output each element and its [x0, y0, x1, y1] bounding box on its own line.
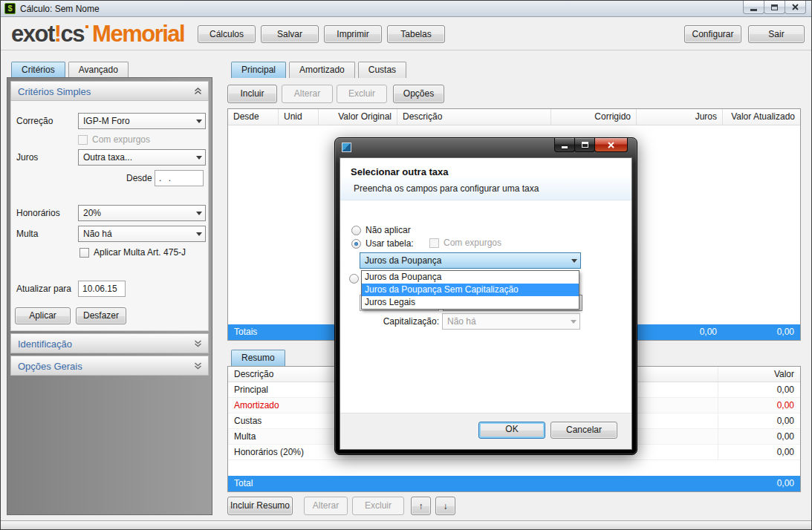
- column-valor-original[interactable]: Valor Original: [319, 109, 397, 125]
- opcoes-gerais-title: Opções Gerais: [18, 361, 82, 372]
- maximize-icon: [771, 4, 778, 10]
- chevron-double-down-icon: [194, 362, 202, 370]
- close-button[interactable]: [785, 1, 806, 14]
- move-up-button[interactable]: ↑: [411, 497, 431, 515]
- aplicar-button[interactable]: Aplicar: [15, 307, 71, 324]
- multa-label: Multa: [16, 226, 38, 242]
- row-value: 0,00: [718, 382, 800, 397]
- excluir-resumo-button[interactable]: Excluir: [352, 497, 404, 515]
- sair-button[interactable]: Sair: [748, 25, 805, 43]
- window-controls: [744, 1, 806, 14]
- imprimir-button[interactable]: Imprimir: [324, 25, 382, 43]
- multa-art-checkbox[interactable]: Aplicar Multa Art. 475-J: [79, 247, 186, 258]
- checkbox-icon: [429, 238, 439, 248]
- alterar-button[interactable]: Alterar: [282, 85, 333, 103]
- total-label: Total: [228, 476, 718, 491]
- close-icon: [607, 141, 615, 149]
- dialog-close-button[interactable]: [594, 138, 628, 152]
- incluir-button[interactable]: Incluir: [227, 85, 277, 103]
- dialog-title: Selecionar outra taxa: [351, 166, 631, 177]
- move-down-button[interactable]: ↓: [435, 497, 455, 515]
- com-expurgos-checkbox[interactable]: Com expurgos: [78, 134, 150, 145]
- identificacao-panel-header[interactable]: Identificação: [10, 333, 209, 353]
- column-juros[interactable]: Juros: [637, 109, 723, 125]
- nao-aplicar-label: Não aplicar: [366, 225, 411, 235]
- column-valor[interactable]: Valor: [718, 367, 800, 382]
- column-valor-atualizado[interactable]: Valor Atualizado: [723, 109, 800, 125]
- column-desde[interactable]: Desde: [228, 109, 279, 125]
- opcoes-button[interactable]: Opções: [393, 85, 444, 103]
- dialog-minimize-button[interactable]: [554, 138, 575, 152]
- logo-bang: !: [54, 21, 61, 47]
- com-expurgos-label: Com expurgos: [444, 238, 501, 248]
- tabelas-button[interactable]: Tabelas: [387, 25, 445, 43]
- app-logo-icon: $: [4, 3, 16, 14]
- correcao-select[interactable]: IGP-M Foro: [78, 113, 206, 129]
- dialog-com-expurgos-checkbox[interactable]: Com expurgos: [429, 238, 501, 248]
- logo-text-dark2: cs: [61, 21, 84, 47]
- minimize-icon: [750, 9, 757, 11]
- dialog-subtitle: Preencha os campos para configurar uma t…: [354, 183, 631, 194]
- column-corrigido[interactable]: Corrigido: [551, 109, 637, 125]
- calculos-button[interactable]: Cálculos: [198, 25, 256, 43]
- salvar-button[interactable]: Salvar: [261, 25, 319, 43]
- desfazer-button[interactable]: Desfazer: [76, 307, 126, 324]
- arrow-up-icon: ↑: [419, 501, 423, 511]
- list-item-highlighted[interactable]: Juros da Poupança Sem Capitalização: [362, 284, 579, 296]
- ok-button[interactable]: OK: [478, 422, 545, 439]
- tab-custas[interactable]: Custas: [358, 62, 406, 78]
- column-unid[interactable]: Unid: [279, 109, 319, 125]
- checkbox-icon: [79, 248, 89, 258]
- titlebar: $ Cálculo: Sem Nome: [1, 1, 811, 17]
- opcoes-gerais-panel-header[interactable]: Opções Gerais: [10, 356, 209, 376]
- atualizar-para-input[interactable]: 10.06.15: [78, 281, 126, 297]
- logo-mark-icon: [85, 25, 88, 28]
- close-icon: [791, 3, 799, 11]
- radio-icon: [351, 226, 361, 235]
- usar-tabela-radio[interactable]: Usar tabela:: [351, 238, 414, 249]
- configurar-button[interactable]: Configurar: [684, 25, 741, 43]
- criterios-simples-header[interactable]: Critérios Simples: [10, 81, 209, 101]
- tab-avancado[interactable]: Avançado: [68, 62, 129, 78]
- tab-principal[interactable]: Principal: [231, 62, 286, 78]
- total-value: 0,00: [718, 476, 800, 491]
- tab-criterios[interactable]: Critérios: [11, 62, 65, 78]
- dialog-maximize-button[interactable]: [574, 138, 595, 152]
- desde-input[interactable]: . .: [155, 170, 204, 186]
- chevron-down-icon: [568, 314, 579, 329]
- alterar-resumo-button[interactable]: Alterar: [304, 497, 348, 515]
- minimize-button[interactable]: [743, 1, 764, 14]
- status-bar: [1, 520, 811, 529]
- capitalizacao-select[interactable]: Não há: [442, 313, 580, 330]
- multa-select[interactable]: Não há: [78, 226, 206, 242]
- row-value: 0,00: [718, 398, 800, 413]
- honorarios-select[interactable]: 20%: [78, 205, 206, 221]
- maximize-button[interactable]: [764, 1, 785, 14]
- maximize-icon: [582, 142, 588, 148]
- dialog-body: Não aplicar Usar tabela: Com expurgos Ju…: [340, 200, 631, 413]
- row-value: 0,00: [718, 445, 800, 459]
- window-title: Cálculo: Sem Nome: [20, 4, 100, 14]
- dialog-content: Selecionar outra taxa Preencha os campos…: [340, 157, 632, 450]
- cancel-button[interactable]: Cancelar: [550, 422, 617, 439]
- list-item[interactable]: Juros da Poupança: [362, 271, 579, 284]
- app-window: $ Cálculo: Sem Nome exot!csMemorial Cálc…: [0, 0, 812, 530]
- resumo-empty-space: [228, 460, 800, 476]
- correcao-value: IGP-M Foro: [79, 116, 193, 126]
- chevron-double-down-icon: [194, 340, 202, 347]
- tab-resumo[interactable]: Resumo: [231, 350, 285, 366]
- list-item[interactable]: Juros Legais: [362, 296, 579, 309]
- juros-select[interactable]: Outra taxa...: [78, 149, 206, 166]
- sidebar: Critérios Simples Correção IGP-M Foro Co…: [7, 77, 212, 515]
- taxa-select-value: Juros da Poupança: [360, 255, 568, 266]
- logo-text-dark: exot: [11, 21, 54, 47]
- excluir-button[interactable]: Excluir: [337, 85, 387, 103]
- atualizar-para-label: Atualizar para: [16, 281, 71, 297]
- taxa-select[interactable]: Juros da Poupança: [360, 252, 581, 269]
- incluir-resumo-button[interactable]: Incluir Resumo: [227, 497, 293, 515]
- honorarios-value: 20%: [79, 208, 193, 218]
- tab-amortizado[interactable]: Amortizado: [289, 62, 355, 78]
- column-descricao[interactable]: Descrição: [397, 109, 551, 125]
- chevron-down-icon: [193, 206, 205, 220]
- nao-aplicar-radio[interactable]: Não aplicar: [351, 225, 411, 235]
